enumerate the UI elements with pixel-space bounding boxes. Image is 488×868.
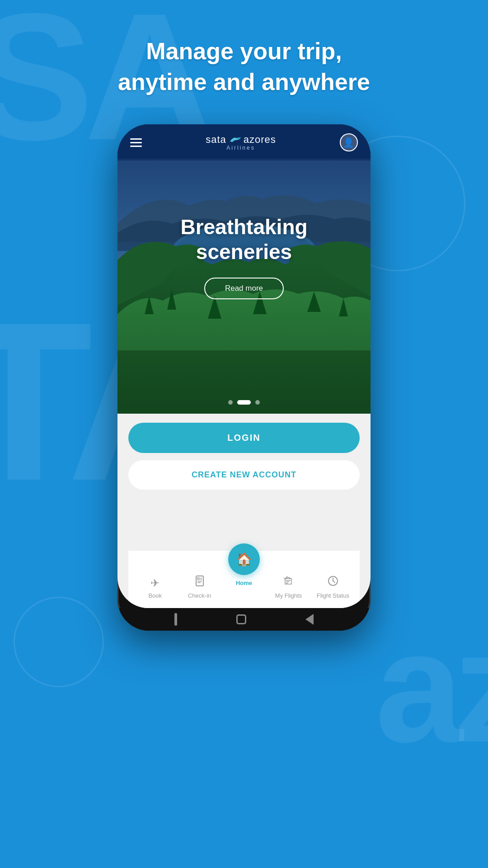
menu-line-3 <box>130 146 142 147</box>
logo-azores: azores <box>244 134 276 146</box>
profile-icon: 👤 <box>343 137 354 148</box>
dot-2[interactable] <box>237 400 251 405</box>
logo-sata: sata <box>206 134 226 146</box>
carousel-dots <box>117 400 371 405</box>
logo-airlines: Airlines <box>226 145 255 151</box>
read-more-button[interactable]: Read more <box>204 278 284 299</box>
nav-item-checkin[interactable]: Check-in <box>177 575 221 599</box>
svg-rect-10 <box>197 582 201 583</box>
phone-mockup: sata azores Airlines 👤 <box>117 124 371 631</box>
logo-bird-icon <box>228 135 242 145</box>
home-circle: 🏠 <box>228 543 260 575</box>
hero-title-line1: Breathtaking <box>180 215 307 239</box>
create-account-button[interactable]: CREATE NEW ACCOUNT <box>128 460 360 490</box>
bg-circle-2 <box>14 597 104 687</box>
gesture-lines <box>174 613 177 626</box>
hero-section: Breathtaking sceneries Read more <box>117 124 371 414</box>
myflights-label: My Flights <box>275 592 302 599</box>
bottom-navigation: ✈ Book <box>128 551 360 608</box>
dot-1[interactable] <box>228 400 233 405</box>
svg-rect-9 <box>197 581 202 582</box>
checkin-label: Check-in <box>188 592 211 599</box>
hero-text-overlay: Breathtaking sceneries Read more <box>117 215 371 299</box>
app-logo: sata azores Airlines <box>206 134 276 151</box>
app-header: sata azores Airlines 👤 <box>117 124 371 159</box>
phone-bottom-bar <box>117 608 371 631</box>
checkin-icon <box>194 575 206 590</box>
menu-line-1 <box>130 138 142 140</box>
phone-screen: sata azores Airlines 👤 <box>117 124 371 608</box>
flightstatus-icon <box>327 575 339 590</box>
dot-3[interactable] <box>255 400 260 405</box>
top-heading: Manage your trip, anytime and anywhere <box>118 36 370 97</box>
home-label: Home <box>236 580 252 586</box>
svg-rect-7 <box>200 578 202 579</box>
phone-frame: sata azores Airlines 👤 <box>117 124 371 631</box>
gesture-square <box>236 614 246 624</box>
nav-item-myflights[interactable]: My Flights <box>266 575 310 599</box>
nav-item-flightstatus[interactable]: Flight Status <box>311 575 355 599</box>
login-button[interactable]: LOGIN <box>128 423 360 453</box>
flightstatus-label: Flight Status <box>317 592 349 599</box>
svg-rect-6 <box>197 578 199 580</box>
book-icon: ✈ <box>150 577 160 590</box>
svg-rect-8 <box>200 579 202 580</box>
hero-title: Breathtaking sceneries <box>117 215 371 264</box>
bottom-section: LOGIN CREATE NEW ACCOUNT ✈ Book <box>117 414 371 608</box>
gesture-back <box>305 614 314 625</box>
hero-title-line2: sceneries <box>196 240 292 264</box>
heading-line2: anytime and anywhere <box>118 69 370 95</box>
menu-button[interactable] <box>130 138 142 147</box>
bg-text-3: az <box>375 596 488 778</box>
heading-line1: Manage your trip, <box>146 38 342 64</box>
nav-item-home[interactable]: 🏠 Home <box>222 543 266 586</box>
myflights-icon <box>282 575 294 590</box>
book-label: Book <box>148 592 162 599</box>
profile-button[interactable]: 👤 <box>340 133 358 151</box>
nav-item-book[interactable]: ✈ Book <box>133 577 177 599</box>
home-icon: 🏠 <box>236 552 252 567</box>
menu-line-2 <box>130 142 142 143</box>
